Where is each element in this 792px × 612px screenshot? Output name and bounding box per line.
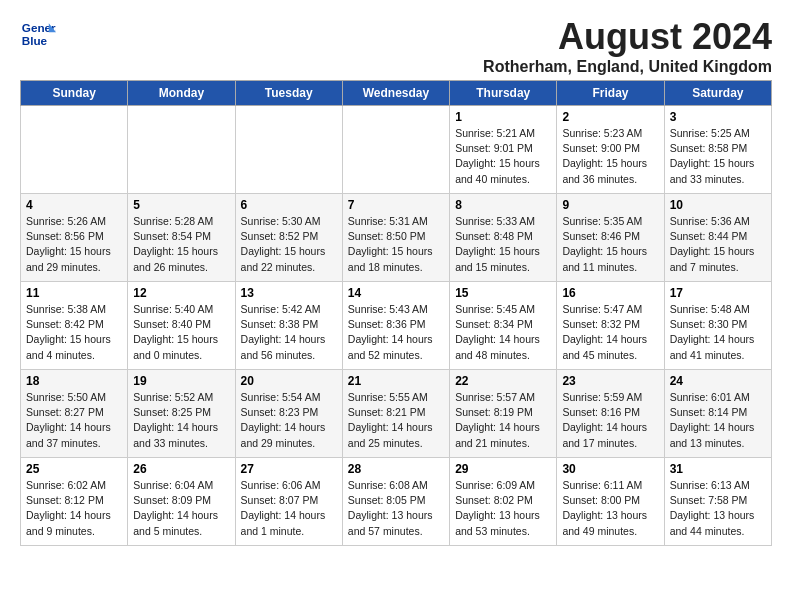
day-cell: 9Sunrise: 5:35 AM Sunset: 8:46 PM Daylig… bbox=[557, 194, 664, 282]
day-info: Sunrise: 5:40 AM Sunset: 8:40 PM Dayligh… bbox=[133, 302, 229, 363]
day-cell bbox=[235, 106, 342, 194]
day-info: Sunrise: 5:25 AM Sunset: 8:58 PM Dayligh… bbox=[670, 126, 766, 187]
day-info: Sunrise: 5:28 AM Sunset: 8:54 PM Dayligh… bbox=[133, 214, 229, 275]
day-number: 25 bbox=[26, 462, 122, 476]
day-number: 28 bbox=[348, 462, 444, 476]
logo: General Blue bbox=[20, 16, 56, 52]
day-cell: 17Sunrise: 5:48 AM Sunset: 8:30 PM Dayli… bbox=[664, 282, 771, 370]
day-number: 21 bbox=[348, 374, 444, 388]
day-info: Sunrise: 6:13 AM Sunset: 7:58 PM Dayligh… bbox=[670, 478, 766, 539]
day-info: Sunrise: 5:48 AM Sunset: 8:30 PM Dayligh… bbox=[670, 302, 766, 363]
day-number: 20 bbox=[241, 374, 337, 388]
day-cell: 3Sunrise: 5:25 AM Sunset: 8:58 PM Daylig… bbox=[664, 106, 771, 194]
day-cell: 26Sunrise: 6:04 AM Sunset: 8:09 PM Dayli… bbox=[128, 458, 235, 546]
day-cell: 27Sunrise: 6:06 AM Sunset: 8:07 PM Dayli… bbox=[235, 458, 342, 546]
week-row-5: 25Sunrise: 6:02 AM Sunset: 8:12 PM Dayli… bbox=[21, 458, 772, 546]
day-info: Sunrise: 5:38 AM Sunset: 8:42 PM Dayligh… bbox=[26, 302, 122, 363]
header-cell-sunday: Sunday bbox=[21, 81, 128, 106]
day-cell: 6Sunrise: 5:30 AM Sunset: 8:52 PM Daylig… bbox=[235, 194, 342, 282]
logo-icon: General Blue bbox=[20, 16, 56, 52]
day-cell: 30Sunrise: 6:11 AM Sunset: 8:00 PM Dayli… bbox=[557, 458, 664, 546]
day-number: 13 bbox=[241, 286, 337, 300]
day-cell: 31Sunrise: 6:13 AM Sunset: 7:58 PM Dayli… bbox=[664, 458, 771, 546]
day-info: Sunrise: 5:21 AM Sunset: 9:01 PM Dayligh… bbox=[455, 126, 551, 187]
day-info: Sunrise: 5:43 AM Sunset: 8:36 PM Dayligh… bbox=[348, 302, 444, 363]
day-cell: 28Sunrise: 6:08 AM Sunset: 8:05 PM Dayli… bbox=[342, 458, 449, 546]
page-header: General Blue August 2024 Rotherham, Engl… bbox=[20, 16, 772, 76]
header-cell-friday: Friday bbox=[557, 81, 664, 106]
day-info: Sunrise: 6:02 AM Sunset: 8:12 PM Dayligh… bbox=[26, 478, 122, 539]
day-number: 17 bbox=[670, 286, 766, 300]
day-cell: 2Sunrise: 5:23 AM Sunset: 9:00 PM Daylig… bbox=[557, 106, 664, 194]
day-info: Sunrise: 5:35 AM Sunset: 8:46 PM Dayligh… bbox=[562, 214, 658, 275]
month-year-title: August 2024 bbox=[483, 16, 772, 58]
header-cell-tuesday: Tuesday bbox=[235, 81, 342, 106]
day-cell: 14Sunrise: 5:43 AM Sunset: 8:36 PM Dayli… bbox=[342, 282, 449, 370]
day-cell: 8Sunrise: 5:33 AM Sunset: 8:48 PM Daylig… bbox=[450, 194, 557, 282]
day-number: 14 bbox=[348, 286, 444, 300]
day-number: 15 bbox=[455, 286, 551, 300]
day-info: Sunrise: 6:04 AM Sunset: 8:09 PM Dayligh… bbox=[133, 478, 229, 539]
day-cell: 24Sunrise: 6:01 AM Sunset: 8:14 PM Dayli… bbox=[664, 370, 771, 458]
day-info: Sunrise: 5:33 AM Sunset: 8:48 PM Dayligh… bbox=[455, 214, 551, 275]
day-info: Sunrise: 6:11 AM Sunset: 8:00 PM Dayligh… bbox=[562, 478, 658, 539]
day-number: 8 bbox=[455, 198, 551, 212]
day-cell: 20Sunrise: 5:54 AM Sunset: 8:23 PM Dayli… bbox=[235, 370, 342, 458]
day-number: 7 bbox=[348, 198, 444, 212]
day-info: Sunrise: 6:08 AM Sunset: 8:05 PM Dayligh… bbox=[348, 478, 444, 539]
day-cell: 13Sunrise: 5:42 AM Sunset: 8:38 PM Dayli… bbox=[235, 282, 342, 370]
day-cell: 7Sunrise: 5:31 AM Sunset: 8:50 PM Daylig… bbox=[342, 194, 449, 282]
calendar-body: 1Sunrise: 5:21 AM Sunset: 9:01 PM Daylig… bbox=[21, 106, 772, 546]
day-info: Sunrise: 6:06 AM Sunset: 8:07 PM Dayligh… bbox=[241, 478, 337, 539]
day-info: Sunrise: 5:26 AM Sunset: 8:56 PM Dayligh… bbox=[26, 214, 122, 275]
day-number: 3 bbox=[670, 110, 766, 124]
week-row-2: 4Sunrise: 5:26 AM Sunset: 8:56 PM Daylig… bbox=[21, 194, 772, 282]
day-number: 26 bbox=[133, 462, 229, 476]
day-number: 30 bbox=[562, 462, 658, 476]
day-number: 10 bbox=[670, 198, 766, 212]
day-cell: 25Sunrise: 6:02 AM Sunset: 8:12 PM Dayli… bbox=[21, 458, 128, 546]
day-cell: 29Sunrise: 6:09 AM Sunset: 8:02 PM Dayli… bbox=[450, 458, 557, 546]
header-cell-monday: Monday bbox=[128, 81, 235, 106]
day-number: 16 bbox=[562, 286, 658, 300]
day-cell: 12Sunrise: 5:40 AM Sunset: 8:40 PM Dayli… bbox=[128, 282, 235, 370]
day-cell bbox=[342, 106, 449, 194]
day-info: Sunrise: 5:54 AM Sunset: 8:23 PM Dayligh… bbox=[241, 390, 337, 451]
day-cell: 23Sunrise: 5:59 AM Sunset: 8:16 PM Dayli… bbox=[557, 370, 664, 458]
day-cell: 1Sunrise: 5:21 AM Sunset: 9:01 PM Daylig… bbox=[450, 106, 557, 194]
day-cell: 16Sunrise: 5:47 AM Sunset: 8:32 PM Dayli… bbox=[557, 282, 664, 370]
day-cell: 21Sunrise: 5:55 AM Sunset: 8:21 PM Dayli… bbox=[342, 370, 449, 458]
day-cell: 22Sunrise: 5:57 AM Sunset: 8:19 PM Dayli… bbox=[450, 370, 557, 458]
day-cell: 15Sunrise: 5:45 AM Sunset: 8:34 PM Dayli… bbox=[450, 282, 557, 370]
day-number: 11 bbox=[26, 286, 122, 300]
day-cell: 19Sunrise: 5:52 AM Sunset: 8:25 PM Dayli… bbox=[128, 370, 235, 458]
day-number: 5 bbox=[133, 198, 229, 212]
day-info: Sunrise: 5:30 AM Sunset: 8:52 PM Dayligh… bbox=[241, 214, 337, 275]
day-info: Sunrise: 5:23 AM Sunset: 9:00 PM Dayligh… bbox=[562, 126, 658, 187]
day-cell: 18Sunrise: 5:50 AM Sunset: 8:27 PM Dayli… bbox=[21, 370, 128, 458]
day-info: Sunrise: 5:52 AM Sunset: 8:25 PM Dayligh… bbox=[133, 390, 229, 451]
calendar-header-row: SundayMondayTuesdayWednesdayThursdayFrid… bbox=[21, 81, 772, 106]
day-info: Sunrise: 6:01 AM Sunset: 8:14 PM Dayligh… bbox=[670, 390, 766, 451]
week-row-1: 1Sunrise: 5:21 AM Sunset: 9:01 PM Daylig… bbox=[21, 106, 772, 194]
day-number: 4 bbox=[26, 198, 122, 212]
day-number: 12 bbox=[133, 286, 229, 300]
day-number: 2 bbox=[562, 110, 658, 124]
day-number: 1 bbox=[455, 110, 551, 124]
day-number: 22 bbox=[455, 374, 551, 388]
day-info: Sunrise: 5:50 AM Sunset: 8:27 PM Dayligh… bbox=[26, 390, 122, 451]
day-cell: 5Sunrise: 5:28 AM Sunset: 8:54 PM Daylig… bbox=[128, 194, 235, 282]
day-info: Sunrise: 5:31 AM Sunset: 8:50 PM Dayligh… bbox=[348, 214, 444, 275]
day-number: 18 bbox=[26, 374, 122, 388]
calendar-table: SundayMondayTuesdayWednesdayThursdayFrid… bbox=[20, 80, 772, 546]
location-subtitle: Rotherham, England, United Kingdom bbox=[483, 58, 772, 76]
day-cell bbox=[21, 106, 128, 194]
title-block: August 2024 Rotherham, England, United K… bbox=[483, 16, 772, 76]
day-cell: 4Sunrise: 5:26 AM Sunset: 8:56 PM Daylig… bbox=[21, 194, 128, 282]
day-number: 9 bbox=[562, 198, 658, 212]
day-cell bbox=[128, 106, 235, 194]
header-cell-thursday: Thursday bbox=[450, 81, 557, 106]
day-number: 24 bbox=[670, 374, 766, 388]
day-number: 31 bbox=[670, 462, 766, 476]
week-row-4: 18Sunrise: 5:50 AM Sunset: 8:27 PM Dayli… bbox=[21, 370, 772, 458]
